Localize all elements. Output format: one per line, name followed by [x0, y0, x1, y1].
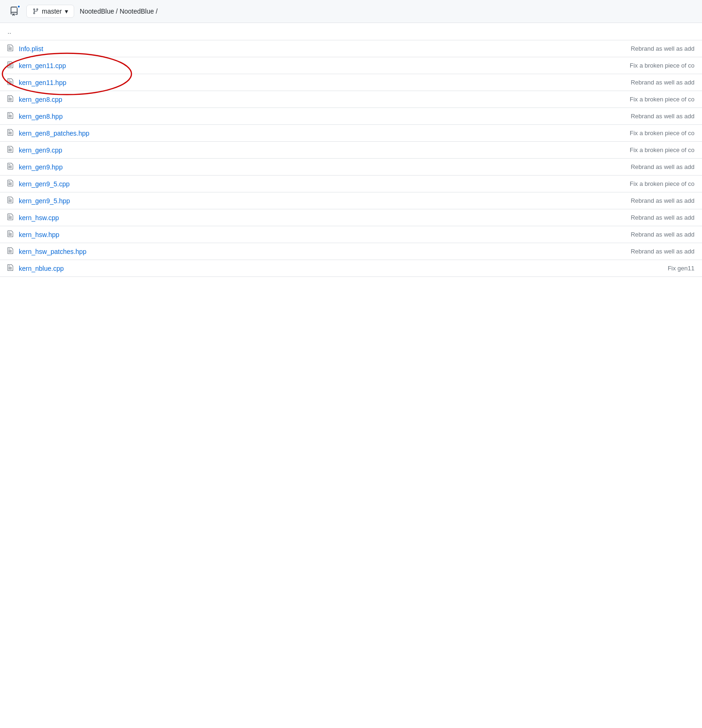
file-name-cell[interactable]: kern_gen8.cpp: [8, 95, 378, 104]
file-icon: [8, 264, 14, 273]
file-name-cell[interactable]: kern_gen8.hpp: [8, 112, 378, 121]
table-row: kern_hsw_patches.hppRebrand as well as a…: [0, 243, 702, 260]
file-name[interactable]: kern_hsw.cpp: [19, 214, 59, 222]
file-icon: [8, 95, 14, 104]
file-name-cell[interactable]: Info.plist: [8, 44, 378, 53]
file-name[interactable]: kern_gen8.hpp: [19, 113, 62, 120]
file-name-cell[interactable]: kern_gen9_5.cpp: [8, 179, 378, 188]
commit-message: Fix gen11: [386, 260, 702, 277]
branch-selector[interactable]: master ▾: [26, 5, 74, 18]
file-icon: [8, 44, 14, 53]
table-row: kern_gen8.hppRebrand as well as add: [0, 108, 702, 125]
branch-chevron: ▾: [65, 8, 68, 15]
commit-message: Rebrand as well as add: [386, 159, 702, 176]
parent-dir-link[interactable]: ..: [8, 28, 11, 35]
commit-message: Rebrand as well as add: [386, 243, 702, 260]
file-icon: [8, 61, 14, 70]
file-name[interactable]: kern_gen9.hpp: [19, 163, 62, 171]
breadcrumb-owner[interactable]: NootedBlue: [80, 8, 114, 15]
file-name-cell[interactable]: kern_hsw_patches.hpp: [8, 247, 378, 256]
file-icon: [8, 196, 14, 205]
table-row: kern_gen9.cppFix a broken piece of co: [0, 142, 702, 159]
table-row: kern_gen9.hppRebrand as well as add: [0, 159, 702, 176]
file-name[interactable]: kern_gen9.cpp: [19, 146, 62, 154]
file-name-cell[interactable]: kern_gen8_patches.hpp: [8, 129, 378, 138]
parent-dir-row: ..: [0, 23, 702, 40]
table-row: kern_gen9_5.hppRebrand as well as add: [0, 192, 702, 209]
repo-icon: [8, 5, 21, 18]
commit-message: Rebrand as well as add: [386, 192, 702, 209]
file-name[interactable]: kern_hsw.hpp: [19, 231, 59, 238]
file-name[interactable]: kern_gen9_5.cpp: [19, 180, 69, 188]
table-row: Info.plistRebrand as well as add: [0, 40, 702, 57]
file-name[interactable]: kern_gen9_5.hpp: [19, 197, 70, 205]
file-icon: [8, 78, 14, 87]
commit-message: Rebrand as well as add: [386, 74, 702, 91]
commit-message: Fix a broken piece of co: [386, 142, 702, 159]
notification-dot: [17, 5, 21, 8]
commit-message: Rebrand as well as add: [386, 209, 702, 226]
breadcrumb-repo[interactable]: NootedBlue: [120, 8, 154, 15]
file-icon: [8, 230, 14, 239]
breadcrumb-sep2: /: [156, 8, 158, 15]
table-row: kern_gen11.cppFix a broken piece of co: [0, 57, 702, 74]
table-row: kern_hsw.cppRebrand as well as add: [0, 209, 702, 226]
file-icon: [8, 213, 14, 222]
file-name[interactable]: kern_gen8_patches.hpp: [19, 130, 89, 137]
commit-message: Fix a broken piece of co: [386, 176, 702, 192]
file-table: ..: [0, 23, 702, 40]
file-name-cell[interactable]: kern_nblue.cpp: [8, 264, 378, 273]
file-icon: [8, 112, 14, 121]
table-row: kern_gen9_5.cppFix a broken piece of co: [0, 176, 702, 192]
file-browser: .. Info.plistRebrand as well as add kern…: [0, 23, 702, 277]
breadcrumb: NootedBlue / NootedBlue /: [80, 8, 158, 15]
file-name-cell[interactable]: kern_gen9.cpp: [8, 146, 378, 154]
file-name[interactable]: kern_gen11.hpp: [19, 79, 66, 86]
file-name-cell[interactable]: kern_gen11.cpp: [8, 61, 378, 70]
table-row: kern_hsw.hppRebrand as well as add: [0, 226, 702, 243]
commit-message: Fix a broken piece of co: [386, 91, 702, 108]
file-name-cell[interactable]: kern_hsw.hpp: [8, 230, 378, 239]
file-name[interactable]: kern_nblue.cpp: [19, 265, 64, 272]
file-rows-table: Info.plistRebrand as well as add kern_ge…: [0, 40, 702, 277]
file-name-cell[interactable]: kern_gen9_5.hpp: [8, 196, 378, 205]
file-icon: [8, 129, 14, 138]
file-icon: [8, 162, 14, 171]
file-icon: [8, 179, 14, 188]
file-icon: [8, 247, 14, 256]
commit-message: Rebrand as well as add: [386, 108, 702, 125]
branch-label: master: [42, 8, 62, 15]
commit-message: Fix a broken piece of co: [386, 57, 702, 74]
table-row: kern_nblue.cppFix gen11: [0, 260, 702, 277]
commit-message: Rebrand as well as add: [386, 226, 702, 243]
file-name-cell[interactable]: kern_gen11.hpp: [8, 78, 378, 87]
file-icon: [8, 146, 14, 154]
file-name[interactable]: kern_hsw_patches.hpp: [19, 248, 86, 255]
file-name-cell[interactable]: kern_hsw.cpp: [8, 213, 378, 222]
header: master ▾ NootedBlue / NootedBlue /: [0, 0, 702, 23]
commit-message: Fix a broken piece of co: [386, 125, 702, 142]
file-name[interactable]: Info.plist: [19, 45, 43, 53]
table-row: kern_gen8_patches.hppFix a broken piece …: [0, 125, 702, 142]
file-name[interactable]: kern_gen11.cpp: [19, 62, 66, 69]
file-name[interactable]: kern_gen8.cpp: [19, 96, 62, 103]
table-row: kern_gen11.hppRebrand as well as add: [0, 74, 702, 91]
table-row: kern_gen8.cppFix a broken piece of co: [0, 91, 702, 108]
commit-message: Rebrand as well as add: [386, 40, 702, 57]
file-name-cell[interactable]: kern_gen9.hpp: [8, 162, 378, 171]
breadcrumb-sep1: /: [116, 8, 120, 15]
